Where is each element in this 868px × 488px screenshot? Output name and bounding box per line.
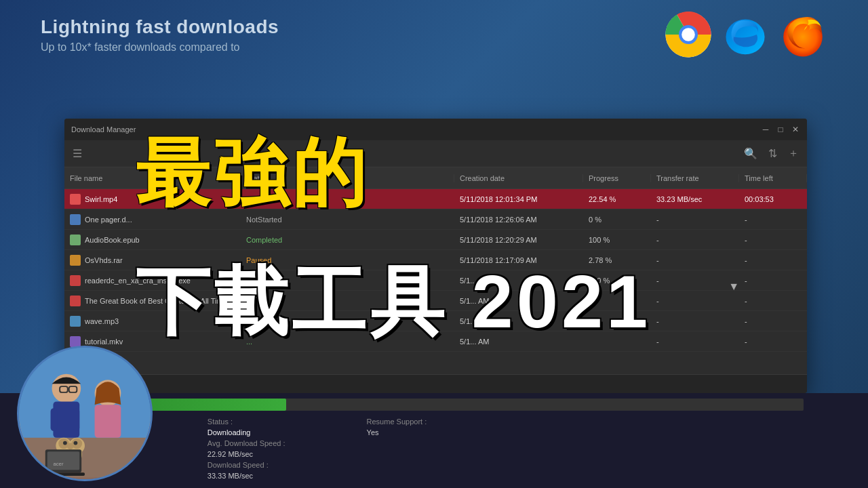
progress-track — [64, 399, 804, 411]
overlay-text-line1: 最強的 — [136, 136, 370, 210]
browser-icons-group — [665, 10, 827, 59]
row-timeleft: - — [739, 317, 807, 325]
row-timeleft: - — [739, 338, 807, 346]
svg-point-3 — [682, 28, 695, 41]
resume-value: Yes — [367, 428, 427, 436]
col-transfer: Transfer rate — [651, 174, 739, 182]
row-timeleft: 00:03:53 — [739, 195, 807, 203]
close-button[interactable]: ✕ — [791, 125, 800, 134]
file-name: AudioBook.epub — [85, 236, 140, 244]
file-name: OsVhds.rar — [85, 256, 123, 264]
row-date: 5/11/2018 12:26:06 AM — [454, 216, 583, 224]
dl-speed-value: 33.33 MB/sec — [208, 472, 285, 480]
file-name: tutorial.mkv — [85, 338, 123, 346]
row-timeleft: - — [739, 297, 807, 305]
edge-icon — [722, 12, 768, 58]
svg-point-23 — [74, 441, 78, 445]
row-progress: 0 % — [583, 216, 651, 224]
top-section: Lightning fast downloads Up to 10x* fast… — [41, 10, 827, 59]
row-timeleft: - — [739, 277, 807, 285]
svg-rect-7 — [19, 438, 151, 477]
avatar-inner: acer — [19, 348, 151, 479]
dm-statusbar — [64, 374, 807, 393]
dm-controls: ─ □ ✕ — [761, 125, 800, 134]
svg-rect-10 — [51, 408, 58, 431]
row-transfer: - — [651, 277, 739, 285]
row-transfer: - — [651, 338, 739, 346]
table-row[interactable]: AudioBook.epub Completed 5/11/2018 12:20… — [64, 230, 807, 250]
row-status: Completed — [246, 236, 282, 244]
row-timeleft: - — [739, 216, 807, 224]
search-icon[interactable]: 🔍 — [744, 147, 757, 160]
col-timeleft: Time left — [739, 174, 807, 182]
avatar-people: acer — [19, 346, 151, 479]
file-name: Swirl.mp4 — [85, 195, 117, 203]
firefox-icon — [778, 10, 827, 59]
status-value: Downloading — [208, 428, 285, 436]
top-title: Lightning fast downloads — [41, 16, 279, 38]
top-subtitle: Up to 10x* faster downloads compared to — [41, 41, 279, 54]
status-label: Status : — [208, 418, 285, 426]
row-status: NotStarted — [246, 216, 282, 224]
row-transfer: - — [651, 317, 739, 325]
maximize-button[interactable]: □ — [776, 125, 785, 134]
svg-point-24 — [67, 443, 74, 450]
svg-rect-16 — [95, 405, 121, 438]
row-transfer: - — [651, 236, 739, 244]
row-timeleft: - — [739, 256, 807, 264]
row-transfer: - — [651, 297, 739, 305]
row-transfer: - — [651, 256, 739, 264]
avatar-circle: acer — [17, 346, 153, 481]
resume-stat: Resume Support : Yes — [367, 418, 427, 436]
svg-rect-11 — [73, 408, 80, 431]
file-name: wave.mp3 — [85, 317, 119, 325]
row-timeleft: - — [739, 236, 807, 244]
top-text-block: Lightning fast downloads Up to 10x* fast… — [41, 16, 279, 54]
overlay-text-line2: 下載工具 2021 — [136, 264, 651, 339]
chrome-icon — [665, 11, 712, 58]
row-date: 5/11/2018 12:01:34 PM — [454, 195, 583, 203]
minimize-button[interactable]: ─ — [761, 125, 770, 134]
row-progress: 100 % — [583, 236, 651, 244]
avg-speed-value: 22.92 MB/sec — [208, 450, 285, 458]
svg-point-22 — [63, 441, 67, 445]
row-progress: 22.54 % — [583, 195, 651, 203]
add-icon[interactable]: ＋ — [788, 146, 799, 161]
status-stat: Status : Downloading Avg. Download Speed… — [208, 418, 285, 480]
row-transfer: 33.23 MB/sec — [651, 195, 739, 203]
col-progress: Progress — [583, 174, 651, 182]
svg-rect-27 — [42, 472, 85, 476]
dl-speed-label: Download Speed : — [208, 461, 285, 469]
chevron-down-icon[interactable]: ▼ — [728, 281, 739, 293]
row-date: 5/11/2018 12:20:29 AM — [454, 236, 583, 244]
resume-label: Resume Support : — [367, 418, 427, 426]
col-date: Creation date — [454, 174, 583, 182]
row-transfer: - — [651, 216, 739, 224]
menu-icon[interactable]: ☰ — [73, 147, 82, 160]
avg-speed-label: Avg. Download Speed : — [208, 439, 285, 447]
svg-text:acer: acer — [53, 461, 63, 467]
file-name: One pager.d... — [85, 216, 132, 224]
sort-icon[interactable]: ⇅ — [768, 147, 777, 160]
